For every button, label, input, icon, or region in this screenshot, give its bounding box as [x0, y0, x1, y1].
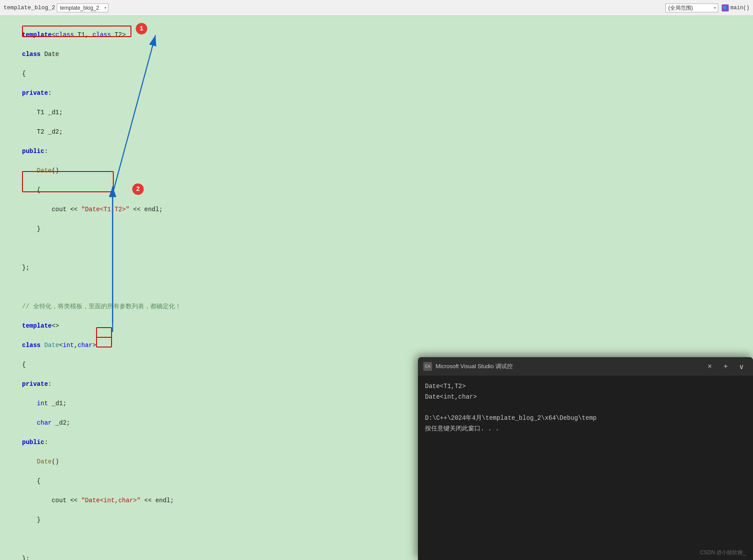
code-line-8: Date(): [22, 166, 753, 175]
file-dropdown-wrapper[interactable]: template_blog_2 ▾: [57, 4, 108, 12]
terminal-output-1: Date<T1,T2>: [425, 381, 746, 392]
terminal-icon-text: CA: [425, 364, 430, 369]
code-line-14: [22, 282, 753, 292]
terminal-close-button[interactable]: ×: [704, 360, 716, 373]
terminal-chevron-button[interactable]: ∨: [735, 360, 748, 373]
csdn-watermark: CSDN @小能软糖_: [700, 549, 746, 556]
terminal-plus-button[interactable]: +: [719, 360, 732, 373]
code-line-9: {: [22, 185, 753, 195]
code-line-15: // 全特化，将类模板，里面的所有参数列表，都确定化！: [22, 302, 753, 311]
main-icon: 🔷: [722, 4, 729, 11]
code-line-1: template<class T1, class T2>: [22, 30, 753, 40]
code-line-7: public:: [22, 146, 753, 156]
code-line-3: {: [22, 69, 753, 78]
main-func-label: main(): [731, 5, 749, 11]
terminal-window: CA Microsoft Visual Studio 调试控 × + ∨ Dat…: [418, 357, 753, 560]
terminal-body: Date<T1,T2> Date<int,char> D:\C++\2024年4…: [418, 376, 753, 547]
code-line-2: class Date: [22, 49, 753, 59]
code-line-11: }: [22, 224, 753, 234]
file-dropdown[interactable]: template_blog_2: [57, 4, 108, 12]
terminal-output-5: 按任意键关闭此窗口. . .: [425, 423, 746, 434]
terminal-icon: CA: [423, 362, 432, 371]
top-bar-right: (全局范围) ▾ 🔷 main(): [665, 4, 749, 12]
terminal-titlebar: CA Microsoft Visual Studio 调试控 × + ∨: [418, 357, 753, 376]
code-line-12: [22, 243, 753, 253]
scope-dropdown[interactable]: (全局范围): [665, 4, 718, 12]
terminal-output-2: Date<int,char>: [425, 392, 746, 402]
code-line-6: T2 _d2;: [22, 127, 753, 137]
terminal-output-3: [425, 402, 746, 413]
code-line-5: T1 _d1;: [22, 108, 753, 117]
terminal-footer: CSDN @小能软糖_: [418, 547, 753, 560]
scope-dropdown-wrapper[interactable]: (全局范围) ▾: [665, 4, 718, 12]
main-func-indicator: 🔷 main(): [722, 4, 749, 11]
code-line-10: cout << "Date<T1,T2>" << endl;: [22, 205, 753, 214]
code-line-16: template<>: [22, 321, 753, 331]
code-line-4: private:: [22, 88, 753, 98]
top-bar-left: template_blog_2 template_blog_2 ▾: [4, 4, 662, 12]
code-line-17: class Date<int,char>: [22, 340, 753, 350]
terminal-title: Microsoft Visual Studio 调试控: [436, 362, 700, 370]
code-line-13: };: [22, 263, 753, 273]
top-bar: template_blog_2 template_blog_2 ▾ (全局范围)…: [0, 0, 753, 16]
terminal-output-4: D:\C++\2024年4月\template_blog_2\x64\Debug…: [425, 413, 746, 423]
filename-label: template_blog_2: [4, 4, 55, 11]
